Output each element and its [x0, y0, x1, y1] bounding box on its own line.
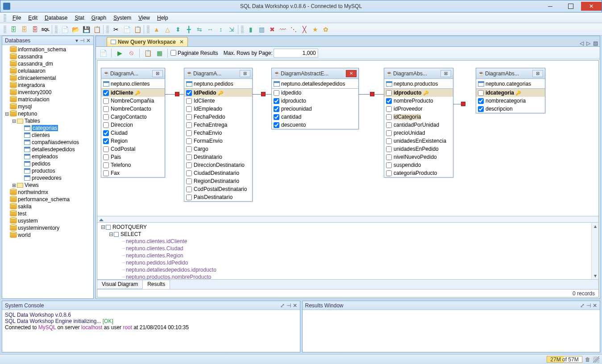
chart3-button[interactable]: ⬍	[173, 25, 183, 34]
column-row[interactable]: RegionDestinatario	[184, 177, 252, 185]
column-checkbox[interactable]	[274, 114, 279, 120]
tree-node[interactable]: usysteminventory	[4, 224, 91, 232]
pin-icon[interactable]: ⊣	[586, 302, 591, 309]
tab-list-icon[interactable]: ▤	[593, 40, 598, 46]
tree-node[interactable]: inventory2000	[4, 89, 91, 96]
chart-x-button[interactable]: ✖	[267, 25, 277, 34]
database-tree[interactable]: information_schemacassandracassandra_dmc…	[2, 45, 93, 298]
chart1-button[interactable]: ▲	[152, 25, 162, 34]
column-row[interactable]: cantidadPorUnidad	[384, 121, 453, 129]
query-tree-row[interactable]: ┈neptuno.clientes.Ciudad	[100, 245, 596, 252]
query-tree-row[interactable]: ┈neptuno.productos.nombreProducto	[100, 273, 596, 279]
paste-button[interactable]: 📋	[133, 25, 142, 34]
column-checkbox[interactable]	[386, 98, 392, 104]
column-row[interactable]: FormaEnvio	[184, 137, 252, 145]
query-tree[interactable]: ▴▾ ⊟ROOTQUERY⊟SELECT┈neptuno.clientes.id…	[97, 222, 598, 279]
column-row[interactable]: idcategoria🔑	[476, 89, 545, 97]
column-checkbox[interactable]	[103, 90, 109, 96]
column-checkbox[interactable]	[186, 138, 192, 144]
column-row[interactable]: cantidad	[272, 113, 358, 121]
window-titlebar[interactable]: ☕DiagramAbs...⊠	[476, 68, 545, 79]
menu-stat[interactable]: Stat	[71, 13, 87, 22]
menu-system[interactable]: System	[110, 13, 135, 22]
column-checkbox[interactable]	[103, 106, 109, 112]
column-row[interactable]: idproducto🔑	[384, 89, 453, 97]
diagram-window[interactable]: ☕DiagramAbs...⊠neptuno.productosidproduc…	[384, 68, 453, 178]
column-checkbox[interactable]	[386, 106, 392, 112]
tree-node[interactable]: northwindmx	[4, 189, 91, 196]
column-row[interactable]: CargoContacto	[101, 113, 165, 121]
tree-node[interactable]: clientes	[4, 132, 91, 139]
tree-node[interactable]: detallesdepedidos	[4, 146, 91, 153]
tree-node[interactable]: ⊞Views	[4, 182, 91, 189]
column-checkbox[interactable]	[103, 98, 109, 104]
tree-node[interactable]: ⊟neptuno	[4, 110, 91, 117]
column-checkbox[interactable]	[103, 122, 109, 128]
column-checkbox[interactable]	[103, 162, 109, 168]
run-button[interactable]: ▶	[115, 48, 125, 58]
column-row[interactable]: unidadesEnExistencia	[384, 137, 453, 145]
column-checkbox[interactable]	[478, 90, 484, 96]
column-row[interactable]: nivelNuevoPedido	[384, 153, 453, 161]
pin-icon[interactable]: ⊣	[286, 302, 291, 309]
window-titlebar[interactable]: ☕DiagramA...⊠	[184, 68, 252, 79]
column-row[interactable]: PaisDestinatario	[184, 193, 252, 201]
column-checkbox[interactable]	[103, 170, 109, 176]
column-row[interactable]: idproducto	[272, 97, 358, 105]
tree-node[interactable]: cassandra_dm	[4, 60, 91, 67]
column-checkbox[interactable]	[186, 194, 192, 200]
column-row[interactable]: NombreCompañia	[101, 97, 165, 105]
tree-node[interactable]: performance_schema	[4, 196, 91, 203]
tree-node[interactable]: sakila	[4, 203, 91, 210]
panel-menu-icon[interactable]: ▾	[75, 37, 78, 44]
column-row[interactable]: FechaEntrega	[184, 121, 252, 129]
close-button[interactable]	[581, 2, 602, 11]
column-row[interactable]: nombrecategoria	[476, 97, 545, 105]
column-row[interactable]: CiudadDestinatario	[184, 169, 252, 177]
menu-help[interactable]: Help	[154, 13, 172, 22]
column-checkbox[interactable]	[274, 98, 279, 104]
export-button[interactable]: 📋	[143, 48, 153, 58]
star-button[interactable]: ★	[310, 25, 320, 34]
line-chart-button[interactable]: 〰	[278, 25, 288, 34]
tree-node[interactable]: empleados	[4, 153, 91, 160]
refresh-button[interactable]: 📄	[98, 48, 108, 58]
menu-database[interactable]: Database	[41, 13, 71, 22]
query-tree-row[interactable]: ┈neptuno.pedidos.IdPedido	[100, 259, 596, 266]
tree-node[interactable]: categorias	[4, 124, 91, 132]
column-checkbox[interactable]	[103, 138, 109, 144]
join-point[interactable]	[261, 92, 266, 96]
chart2-button[interactable]: △	[162, 25, 172, 34]
window-close-icon[interactable]: ✕	[346, 70, 357, 77]
console-body[interactable]: SQL Data Workshop v.0.8.6 SQL Data Works…	[2, 310, 300, 352]
query-tab[interactable]: New Query Workspace ✕	[107, 37, 188, 46]
maxrows-input[interactable]	[274, 49, 318, 58]
window-titlebar[interactable]: ☕DiagramAbstractE...✕	[272, 68, 358, 79]
column-row[interactable]: idCategoria	[384, 113, 453, 121]
tab-close-icon[interactable]: ✕	[179, 39, 184, 45]
column-row[interactable]: suspendido	[384, 161, 453, 169]
column-row[interactable]: CodPostalDestinatario	[184, 185, 252, 193]
pin-icon[interactable]: ⊣	[80, 37, 84, 44]
column-checkbox[interactable]	[186, 98, 192, 104]
tree-node[interactable]: pedidos	[4, 160, 91, 167]
chart7-button[interactable]: ↕	[216, 25, 226, 34]
tree-node[interactable]: proveedores	[4, 174, 91, 182]
column-checkbox[interactable]	[386, 122, 392, 128]
column-row[interactable]: categoriaProducto	[384, 169, 453, 177]
column-checkbox[interactable]	[386, 130, 392, 136]
diagram-canvas[interactable]: ☕DiagramA...⊠neptuno.clientesidCliente🔑N…	[97, 61, 598, 216]
tree-node[interactable]: world	[4, 232, 91, 239]
column-row[interactable]: nombreProducto	[384, 97, 453, 105]
column-row[interactable]: DireccionDestinatario	[184, 161, 252, 169]
column-row[interactable]: IdCliente	[184, 97, 252, 105]
query-tree-row[interactable]: ┈neptuno.clientes.idCliente	[100, 238, 596, 245]
column-row[interactable]: Region	[101, 137, 165, 145]
resize-grip-icon[interactable]	[593, 356, 599, 363]
join-point[interactable]	[461, 102, 465, 106]
column-row[interactable]: Destinatario	[184, 153, 252, 161]
query-tree-row[interactable]: ┈neptuno.clientes.Region	[100, 252, 596, 259]
excel-button[interactable]: ▦	[154, 48, 164, 58]
paginate-checkbox[interactable]: Paginate Results	[170, 50, 218, 56]
panel-popout-icon[interactable]: ⤢	[280, 302, 285, 309]
